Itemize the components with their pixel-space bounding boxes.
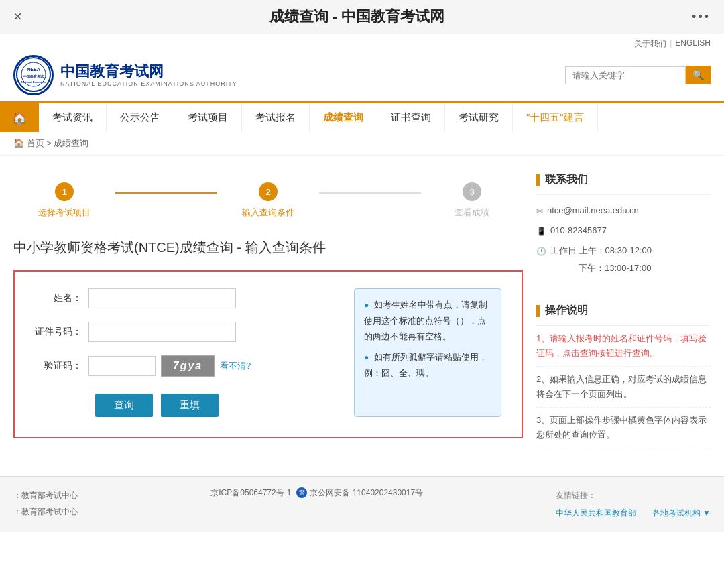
captcha-label: 验证码： <box>35 360 88 372</box>
ops-title: 操作说明 <box>536 300 711 326</box>
form-row-captcha: 验证码： 7gya 看不清? <box>35 355 341 377</box>
logo-area: NEEA 中国教育考试 National Education 中国教育考试网 N… <box>13 55 237 95</box>
form-row-name: 姓名： <box>35 288 341 308</box>
form-row-id: 证件号码： <box>35 322 341 342</box>
steps-container: 1 选择考试项目 2 输入查询条件 3 查看成绩 <box>13 169 523 239</box>
breadcrumb-home-icon: 🏠 <box>13 138 24 148</box>
contact-email-row: ✉ ntce@mail.neea.edu.cn <box>536 202 711 219</box>
clock-icon: 🕐 <box>536 243 546 259</box>
footer-right: 友情链接： 中华人民共和国教育部 各地考试机构 ▼ <box>556 487 711 521</box>
ops-item-3: 3、页面上部操作步骤中橘黄色字体内容表示您所处的查询位置。 <box>536 408 711 449</box>
search-button[interactable]: 🔍 <box>686 66 711 84</box>
footer-middle: 京ICP备05064772号-1 警 京公网安备 11040202430017号 <box>210 487 423 499</box>
footer-left: ：教育部考试中心 ：教育部考试中心 <box>13 487 78 520</box>
hint-dot-1: ● <box>364 300 369 310</box>
contact-hours-am: 工作日 上午：08:30-12:00 <box>550 242 652 259</box>
sidebar: 联系我们 ✉ ntce@mail.neea.edu.cn 📱 010-82345… <box>536 169 711 463</box>
nav-item-gonggao[interactable]: 公示公告 <box>107 103 174 132</box>
search-area: 🔍 <box>565 66 711 84</box>
logo-neea-text: NEEA 中国教育考试 National Education <box>15 56 52 95</box>
contact-hours-pm: 下午：13:00-17:00 <box>550 259 652 277</box>
btn-row: 查询 重填 <box>35 394 341 417</box>
contact-hours: 工作日 上午：08:30-12:00 下午：13:00-17:00 <box>550 242 652 277</box>
footer-links-title: 友情链接： <box>556 487 711 504</box>
form-container: 姓名： 证件号码： 验证码： 7gya 看不清? <box>13 270 523 438</box>
step-line-1 <box>115 192 217 194</box>
contact-phone: 010-82345677 <box>550 222 607 239</box>
name-label: 姓名： <box>35 292 88 304</box>
ops-title-bar <box>536 305 540 317</box>
sidebar-contact: 联系我们 ✉ ntce@mail.neea.edu.cn 📱 010-82345… <box>536 169 711 286</box>
footer-org2: ：教育部考试中心 <box>13 504 78 520</box>
step-2: 2 输入查询条件 <box>217 182 319 219</box>
id-input[interactable] <box>88 322 236 342</box>
logo-chinese: 中国教育考试网 <box>60 63 237 80</box>
captcha-row: 7gya 看不清? <box>88 355 251 377</box>
footer-link-local[interactable]: 各地考试机构 ▼ <box>652 508 711 518</box>
logo-text-area: 中国教育考试网 NATIONAL EDUCATION EXAMINATIONS … <box>60 63 237 87</box>
header-main: NEEA 中国教育考试 National Education 中国教育考试网 N… <box>0 50 724 101</box>
footer-icp: 京ICP备05064772号-1 <box>210 487 291 499</box>
email-icon: ✉ <box>536 203 543 219</box>
step-2-circle: 2 <box>259 182 278 201</box>
step-3-circle: 3 <box>463 182 481 201</box>
footer-org1: ：教育部考试中心 <box>13 487 78 504</box>
nav-item-zhengshu[interactable]: 证书查询 <box>377 103 445 132</box>
step-3: 3 查看成绩 <box>421 182 523 219</box>
close-icon[interactable]: × <box>13 8 22 25</box>
name-input[interactable] <box>88 288 236 308</box>
contact-email: ntce@mail.neea.edu.cn <box>547 202 639 219</box>
step-1: 1 选择考试项目 <box>13 182 115 219</box>
step-3-label: 查看成绩 <box>455 207 489 219</box>
contact-title-bar <box>536 174 540 186</box>
step-1-circle: 1 <box>55 182 74 201</box>
site-header: 关于我们 | ENGLISH NEEA 中国教育考试 National Educ… <box>0 34 724 101</box>
english-link[interactable]: ENGLISH <box>675 38 711 50</box>
hint-text-2: 如有所列孤僻字请粘贴使用，例：囧、全、璵。 <box>364 352 487 378</box>
reset-button[interactable]: 重填 <box>161 394 219 417</box>
content-wrapper: 1 选择考试项目 2 输入查询条件 3 查看成绩 中小学教师资格考试(NTCE)… <box>0 156 724 476</box>
breadcrumb-sep: > <box>46 138 54 148</box>
main-content: 1 选择考试项目 2 输入查询条件 3 查看成绩 中小学教师资格考试(NTCE)… <box>13 169 523 463</box>
browser-bar: × 成绩查询 - 中国教育考试网 ••• <box>0 0 724 34</box>
contact-title: 联系我们 <box>536 169 711 195</box>
nav-home-button[interactable]: 🏠 <box>0 103 39 132</box>
nav-item-chengji[interactable]: 成绩查询 <box>310 103 377 132</box>
breadcrumb-current: 成绩查询 <box>54 138 88 148</box>
captcha-refresh-link[interactable]: 看不清? <box>220 360 251 372</box>
query-button[interactable]: 查询 <box>95 394 153 417</box>
breadcrumb-home-link[interactable]: 首页 <box>27 138 44 148</box>
step-1-label: 选择考试项目 <box>38 207 90 219</box>
sidebar-operations: 操作说明 1、请输入报考时的姓名和证件号码，填写验证码，点击查询按钮进行查询。 … <box>536 300 711 449</box>
footer-police-text: 京公网安备 11040202430017号 <box>310 487 423 499</box>
police-icon: 警 京公网安备 11040202430017号 <box>296 487 423 499</box>
contact-title-text: 联系我们 <box>545 173 588 187</box>
ops-item-1: 1、请输入报考时的姓名和证件号码，填写验证码，点击查询按钮进行查询。 <box>536 326 711 367</box>
contact-phone-row: 📱 010-82345677 <box>536 222 711 239</box>
breadcrumb: 🏠 首页 > 成绩查询 <box>0 132 724 156</box>
step-line-2 <box>319 192 421 194</box>
footer-links-row: 中华人民共和国教育部 各地考试机构 ▼ <box>556 505 711 521</box>
captcha-input[interactable] <box>88 356 156 376</box>
hint-1: ● 如考生姓名中带有点，请复制使用这个标准的点符号（），点的两边不能再有空格。 <box>364 297 491 344</box>
nav-item-jiyan[interactable]: "十四五"建言 <box>513 103 598 132</box>
id-label: 证件号码： <box>35 326 88 338</box>
browser-title: 成绩查询 - 中国教育考试网 <box>269 7 445 27</box>
form-title: 中小学教师资格考试(NTCE)成绩查询 - 输入查询条件 <box>13 239 523 257</box>
svg-text:National Education: National Education <box>21 80 46 84</box>
nav-item-xiangmu[interactable]: 考试项目 <box>174 103 242 132</box>
main-nav: 🏠 考试资讯 公示公告 考试项目 考试报名 成绩查询 证书查询 考试研究 "十四… <box>0 101 724 132</box>
search-input[interactable] <box>565 66 686 84</box>
step-2-label: 输入查询条件 <box>242 207 294 219</box>
contact-info: ✉ ntce@mail.neea.edu.cn 📱 010-82345677 🕐… <box>536 195 711 286</box>
nav-item-kaoshi[interactable]: 考试资讯 <box>39 103 107 132</box>
footer-link-moe[interactable]: 中华人民共和国教育部 <box>556 508 636 518</box>
form-hints: ● 如考生姓名中带有点，请复制使用这个标准的点符号（），点的两边不能再有空格。 … <box>354 288 501 417</box>
hint-dot-2: ● <box>364 353 369 362</box>
form-left: 姓名： 证件号码： 验证码： 7gya 看不清? <box>35 288 341 417</box>
about-us-link[interactable]: 关于我们 <box>634 38 666 50</box>
nav-item-yanjiu[interactable]: 考试研究 <box>445 103 513 132</box>
more-dots[interactable]: ••• <box>692 10 711 24</box>
nav-item-baoming[interactable]: 考试报名 <box>242 103 310 132</box>
header-top: 关于我们 | ENGLISH <box>0 34 724 50</box>
